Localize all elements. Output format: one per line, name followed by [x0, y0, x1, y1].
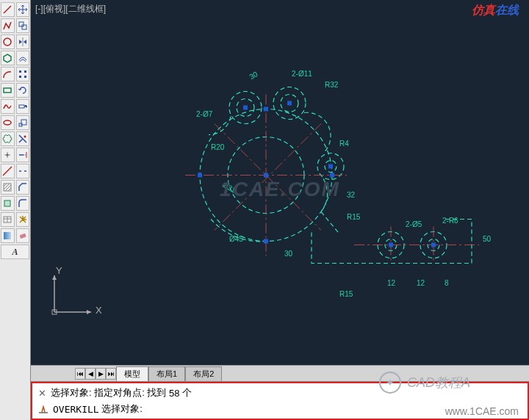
- svg-rect-6: [24, 70, 26, 73]
- svg-rect-1: [19, 22, 24, 26]
- ucs-y-label: Y: [56, 265, 62, 276]
- command-history-line: ✕ 选择对象: 指定对角点: 找到 58 个: [35, 385, 525, 401]
- ucs-icon: X Y: [46, 262, 104, 321]
- tab-nav-prev[interactable]: ◀: [85, 368, 96, 380]
- cmd-close-icon[interactable]: ✕: [38, 388, 46, 399]
- svg-text:R15: R15: [339, 290, 353, 298]
- circle-tool[interactable]: [1, 35, 15, 49]
- svg-rect-62: [264, 107, 268, 112]
- point-tool[interactable]: [1, 148, 15, 162]
- tab-nav-next[interactable]: ▶: [96, 368, 106, 380]
- hatch-tool[interactable]: [1, 180, 15, 195]
- svg-rect-56: [287, 101, 292, 106]
- svg-rect-55: [243, 106, 248, 110]
- command-panel: ✕ 选择对象: 指定对角点: 找到 58 个 OVERKILL 选择对象:: [31, 381, 529, 420]
- command-highlight: ✕ 选择对象: 指定对角点: 找到 58 个 OVERKILL 选择对象:: [31, 382, 529, 420]
- svg-rect-10: [19, 105, 24, 108]
- svg-text:2-Ø11: 2-Ø11: [292, 70, 312, 78]
- svg-text:R15: R15: [347, 213, 361, 221]
- svg-rect-54: [264, 173, 268, 178]
- arc-tool[interactable]: [1, 67, 15, 82]
- svg-line-28: [8, 188, 11, 191]
- svg-text:R32: R32: [325, 81, 339, 89]
- svg-rect-34: [19, 233, 26, 239]
- svg-text:2-R6: 2-R6: [442, 217, 458, 225]
- svg-rect-59: [431, 243, 436, 247]
- ucs-x-label: X: [96, 305, 102, 316]
- svg-text:50: 50: [483, 235, 492, 243]
- tab-nav-first[interactable]: ⏮: [75, 368, 85, 380]
- svg-text:12: 12: [387, 279, 396, 287]
- svg-line-21: [3, 167, 12, 175]
- svg-text:8: 8: [445, 279, 449, 287]
- svg-rect-29: [4, 200, 10, 206]
- svg-rect-60: [198, 173, 202, 178]
- layout-tab-bar: ⏮ ◀ ▶ ⏭ 模型 布局1 布局2: [31, 365, 529, 381]
- svg-rect-5: [19, 70, 21, 73]
- svg-rect-61: [330, 173, 334, 178]
- svg-marker-4: [4, 54, 11, 62]
- explode-tool[interactable]: [16, 212, 30, 227]
- copy-tool[interactable]: [16, 18, 30, 33]
- svg-rect-2: [22, 25, 26, 29]
- move-tool[interactable]: [16, 2, 30, 17]
- polyline-tool[interactable]: [1, 18, 15, 33]
- xline-tool[interactable]: [1, 164, 15, 178]
- svg-point-11: [4, 120, 11, 125]
- svg-rect-63: [264, 239, 268, 244]
- gradient-tool[interactable]: [1, 228, 15, 243]
- svg-text:Ø45: Ø45: [229, 235, 243, 243]
- chamfer-tool[interactable]: [16, 180, 30, 195]
- fillet-tool[interactable]: [16, 196, 30, 211]
- svg-rect-8: [24, 76, 26, 78]
- stretch-tool[interactable]: [16, 99, 30, 114]
- mirror-tool[interactable]: [16, 35, 30, 49]
- ellipse-tool[interactable]: [1, 115, 15, 130]
- offset-tool[interactable]: [16, 51, 30, 65]
- svg-rect-57: [328, 164, 333, 169]
- main-area: [-][俯视][二维线框]: [31, 0, 529, 420]
- svg-text:R4: R4: [339, 140, 349, 148]
- trim-tool[interactable]: [16, 131, 30, 146]
- rectangle-tool[interactable]: [1, 83, 15, 98]
- polygon-tool[interactable]: [1, 51, 15, 65]
- draw-toolbar: A: [0, 0, 31, 420]
- command-input-line[interactable]: OVERKILL 选择对象:: [35, 401, 525, 417]
- rotate-tool[interactable]: [16, 83, 30, 98]
- svg-text:2-Ø7: 2-Ø7: [196, 110, 213, 118]
- command-prompt-icon: [38, 404, 48, 414]
- tab-layout2[interactable]: 布局2: [185, 366, 222, 381]
- tab-model[interactable]: 模型: [116, 366, 148, 381]
- svg-rect-87: [39, 412, 48, 413]
- tab-layout1[interactable]: 布局1: [148, 366, 185, 381]
- svg-rect-58: [389, 243, 393, 247]
- svg-text:12: 12: [417, 279, 425, 287]
- svg-rect-24: [4, 184, 11, 191]
- break-tool[interactable]: [16, 164, 30, 178]
- array-tool[interactable]: [16, 67, 30, 82]
- svg-text:2-Ø5: 2-Ø5: [406, 220, 422, 228]
- svg-text:Ø31: Ø31: [221, 181, 237, 195]
- svg-point-14: [24, 136, 26, 138]
- cad-drawing: 30 2-Ø11 R32 2-Ø7 R20 R4 Ø31 32 Ø45 R15 …: [31, 0, 529, 365]
- svg-text:32: 32: [347, 191, 356, 199]
- extend-tool[interactable]: [16, 148, 30, 162]
- revcloud-tool[interactable]: [1, 131, 15, 146]
- svg-rect-7: [19, 76, 21, 78]
- svg-text:30: 30: [248, 70, 260, 81]
- region-tool[interactable]: [1, 196, 15, 211]
- svg-rect-33: [4, 232, 11, 239]
- svg-line-25: [4, 184, 7, 187]
- svg-text:R20: R20: [211, 143, 225, 151]
- svg-line-27: [5, 185, 11, 191]
- erase-tool[interactable]: [16, 228, 30, 243]
- svg-point-3: [4, 38, 11, 46]
- scale-tool[interactable]: [16, 115, 30, 130]
- mtext-tool[interactable]: A: [1, 245, 29, 259]
- svg-line-26: [4, 184, 10, 189]
- line-tool[interactable]: [1, 2, 15, 17]
- drawing-canvas[interactable]: [-][俯视][二维线框]: [31, 0, 529, 365]
- table-tool[interactable]: [1, 212, 15, 227]
- spline-tool[interactable]: [1, 99, 15, 114]
- tab-nav-last[interactable]: ⏭: [106, 368, 116, 380]
